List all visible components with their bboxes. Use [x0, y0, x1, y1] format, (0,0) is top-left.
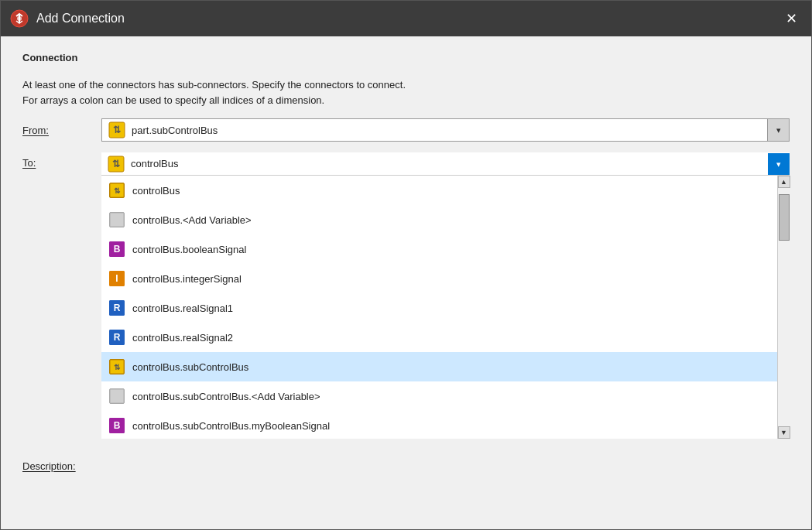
add-connection-dialog: Add Connection ✕ Connection At least one… [0, 0, 812, 530]
item-icon-boolean: B [109, 418, 125, 433]
from-bus-icon: ⇅ [108, 121, 125, 138]
item-text: controlBus.<Add Variable> [132, 214, 252, 226]
dialog-icon [10, 9, 29, 28]
description-input-row: Description: [22, 459, 790, 472]
dropdown-list: ⇅controlBuscontrolBus.<Add Variable>Bcon… [101, 176, 777, 439]
to-dropdown-arrow[interactable]: ▾ [768, 153, 790, 175]
title-bar: Add Connection ✕ [1, 1, 811, 36]
svg-text:⇅: ⇅ [112, 159, 120, 169]
dropdown-item[interactable]: BcontrolBus.booleanSignal [101, 234, 777, 264]
description-line2: For arrays a colon can be used to specif… [22, 93, 790, 108]
close-button[interactable]: ✕ [780, 8, 802, 29]
from-select-wrapper: ⇅ part.subControlBus ▾ [101, 118, 790, 142]
dropdown-item[interactable]: controlBus.subControlBus.<Add Variable> [101, 381, 777, 411]
to-row: To: ⇅ controlBus ▾ ⇅controlBuscontrolBus… [22, 152, 790, 439]
from-dropdown-arrow[interactable]: ▾ [767, 119, 789, 141]
item-text: controlBus.subControlBus [132, 361, 248, 373]
description-line1: At least one of the connectors has sub-c… [22, 77, 790, 93]
item-text: controlBus.subControlBus.myBooleanSignal [132, 420, 330, 432]
svg-rect-8 [110, 213, 124, 227]
svg-text:⇅: ⇅ [113, 125, 121, 135]
svg-text:⇅: ⇅ [114, 186, 121, 195]
dropdown-item[interactable]: ⇅controlBus [101, 176, 777, 205]
to-value: controlBus [131, 158, 783, 169]
item-icon-real: R [109, 300, 125, 316]
scrollbar-thumb[interactable] [779, 194, 790, 241]
scrollbar-thumb-area [778, 188, 790, 426]
description-label: Description: [22, 459, 92, 472]
svg-text:R: R [114, 303, 121, 313]
item-text: controlBus.booleanSignal [132, 244, 246, 255]
svg-text:R: R [114, 332, 121, 343]
item-text: controlBus.realSignal2 [132, 332, 233, 344]
item-icon-bus: ⇅ [109, 183, 125, 198]
dialog-body: Connection At least one of the connector… [1, 36, 811, 529]
item-text: controlBus.realSignal1 [132, 303, 233, 314]
item-text: controlBus.subControlBus.<Add Variable> [132, 391, 320, 402]
from-row: From: ⇅ part.subControlBus ▾ [22, 118, 790, 142]
from-label: From: [22, 125, 92, 136]
item-icon-gray [109, 388, 125, 404]
svg-text:I: I [115, 273, 118, 284]
dropdown-item[interactable]: ⇅controlBus.subControlBus [101, 352, 777, 381]
svg-point-1 [17, 16, 22, 21]
item-icon-integer: I [109, 271, 125, 286]
dropdown-item[interactable]: RcontrolBus.realSignal1 [101, 293, 777, 323]
dropdown-item[interactable]: BcontrolBus.subControlBus.myBooleanSigna… [101, 411, 777, 439]
dropdown-item[interactable]: IcontrolBus.integerSignal [101, 264, 777, 293]
scrollbar-up-btn[interactable]: ▲ [778, 176, 790, 188]
svg-text:⇅: ⇅ [114, 363, 121, 371]
to-label: To: [22, 152, 92, 169]
item-icon-bus: ⇅ [109, 359, 125, 374]
item-text: controlBus.integerSignal [132, 273, 242, 285]
to-select[interactable]: ⇅ controlBus ▾ [101, 152, 790, 176]
dropdown-scrollbar[interactable]: ▲ ▼ [777, 176, 790, 439]
dropdown-item[interactable]: controlBus.<Add Variable> [101, 205, 777, 234]
dropdown-list-wrapper: ⇅controlBuscontrolBus.<Add Variable>Bcon… [101, 176, 790, 439]
section-label: Connection [22, 52, 790, 63]
dialog-title: Add Connection [36, 12, 780, 26]
to-dropdown-container: ⇅ controlBus ▾ ⇅controlBuscontrolBus.<Ad… [101, 152, 790, 439]
item-icon-boolean: B [109, 241, 125, 257]
to-bus-icon: ⇅ [108, 156, 125, 173]
svg-text:B: B [114, 244, 121, 255]
description-block: At least one of the connectors has sub-c… [22, 77, 790, 108]
item-icon-real: R [109, 330, 125, 345]
item-icon-gray [109, 212, 125, 227]
from-select[interactable]: ⇅ part.subControlBus ▾ [101, 118, 790, 142]
from-value: part.subControlBus [132, 125, 783, 136]
scrollbar-down-btn[interactable]: ▼ [778, 426, 790, 439]
svg-text:B: B [114, 420, 121, 431]
item-text: controlBus [132, 185, 180, 197]
svg-rect-19 [110, 389, 124, 403]
dropdown-item[interactable]: RcontrolBus.realSignal2 [101, 323, 777, 352]
